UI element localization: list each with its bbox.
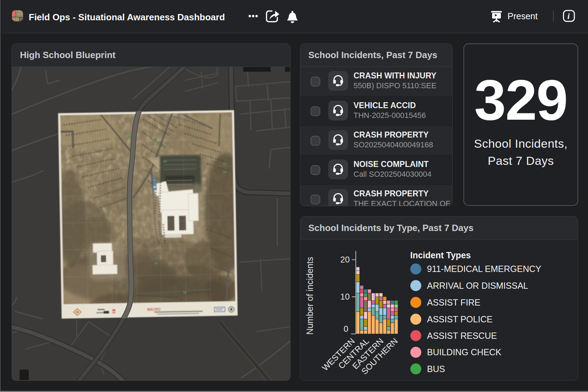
- svg-text:ASSIST RESCUE: ASSIST RESCUE: [427, 331, 497, 341]
- svg-text:20: 20: [340, 255, 350, 264]
- svg-text:911-MEDICAL EMERGENCY: 911-MEDICAL EMERGENCY: [427, 264, 541, 274]
- svg-text:BUS: BUS: [427, 364, 445, 374]
- svg-text:Present: Present: [507, 11, 538, 21]
- svg-text:Incident Types: Incident Types: [410, 250, 471, 260]
- svg-text:MACRO: MACRO: [147, 307, 161, 312]
- svg-text:BUILDING CHECK: BUILDING CHECK: [427, 347, 502, 357]
- svg-text:ASSIST FIRE: ASSIST FIRE: [427, 298, 480, 307]
- svg-text:i: i: [567, 12, 570, 21]
- svg-text:ASSIST POLICE: ASSIST POLICE: [427, 314, 492, 324]
- svg-text:10: 10: [340, 292, 350, 301]
- svg-text:ARRIVAL OR DISMISSAL: ARRIVAL OR DISMISSAL: [427, 281, 528, 290]
- svg-text:Number of incidents: Number of incidents: [305, 257, 315, 335]
- svg-text:0: 0: [344, 324, 348, 334]
